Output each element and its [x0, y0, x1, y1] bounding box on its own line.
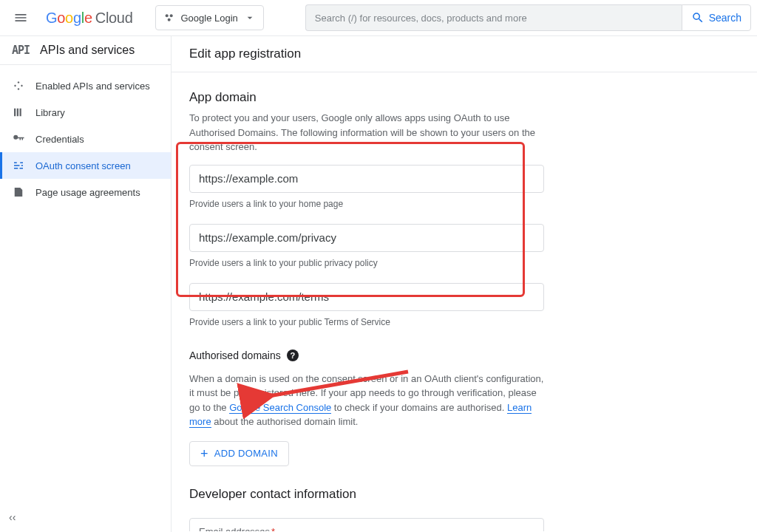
app-domain-heading: App domain [189, 90, 544, 105]
homepage-helper: Provide users a link to your home page [189, 197, 544, 211]
auth-domains-desc: When a domain is used on the consent scr… [189, 372, 544, 429]
project-selector[interactable]: Google Login [155, 5, 264, 30]
add-domain-button[interactable]: + ADD DOMAIN [189, 441, 289, 466]
auth-domains-heading: Authorised domains [189, 349, 281, 361]
sidebar-item-page-usage[interactable]: Page usage agreements [0, 179, 171, 205]
search-input[interactable] [315, 13, 673, 24]
sidebar-item-label: Enabled APIs and services [35, 81, 150, 92]
menu-icon [13, 10, 28, 25]
api-mark: API [12, 44, 30, 57]
project-name: Google Login [181, 13, 238, 24]
search-button[interactable]: Search [682, 4, 751, 31]
page-usage-icon [12, 185, 25, 199]
library-icon [12, 106, 25, 119]
section-app-domain: App domain To protect you and your users… [189, 90, 544, 329]
dev-contact-heading: Developer contact information [189, 487, 544, 502]
homepage-input[interactable] [189, 165, 544, 193]
sidebar: API APIs and services Enabled APIs and s… [0, 36, 172, 532]
required-asterisk: * [271, 526, 275, 532]
search-button-label: Search [709, 12, 741, 24]
search-box[interactable] [305, 4, 682, 31]
terms-helper: Provide users a link to your public Term… [189, 316, 544, 329]
email-addresses-input[interactable]: Email addresses* [189, 518, 544, 532]
add-domain-label: ADD DOMAIN [214, 448, 278, 459]
email-label: Email addresses [199, 526, 270, 532]
sidebar-item-enabled-apis[interactable]: Enabled APIs and services [0, 72, 171, 99]
credentials-icon [12, 132, 25, 146]
collapse-sidebar[interactable]: ‹‹ [9, 511, 16, 523]
hamburger-menu[interactable] [6, 3, 35, 33]
sidebar-item-credentials[interactable]: Credentials [0, 126, 171, 152]
main-header: Edit app registration [172, 36, 757, 72]
main-content: App domain To protect you and your users… [172, 72, 757, 531]
sidebar-item-label: Page usage agreements [35, 187, 140, 198]
sidebar-title: APIs and services [40, 44, 135, 57]
main-area: Edit app registration App domain To prot… [172, 36, 757, 532]
dropdown-icon [244, 12, 256, 24]
project-icon [163, 12, 175, 24]
field-privacy: Provide users a link to your public priv… [189, 224, 544, 270]
privacy-helper: Provide users a link to your public priv… [189, 256, 544, 270]
search-container: Search [305, 4, 751, 31]
logo-cloud-text: Cloud [95, 10, 133, 27]
sidebar-nav: Enabled APIs and services Library Creden… [0, 65, 171, 205]
help-icon[interactable]: ? [287, 349, 299, 361]
top-bar: Google Cloud Google Login Search [0, 0, 757, 35]
section-developer-contact: Developer contact information Email addr… [189, 487, 544, 532]
sidebar-item-label: Credentials [35, 134, 84, 145]
field-homepage: Provide users a link to your home page [189, 165, 544, 211]
sidebar-header[interactable]: API APIs and services [0, 36, 171, 65]
svg-point-1 [169, 14, 172, 17]
plus-icon: + [200, 447, 208, 460]
link-search-console[interactable]: Google Search Console [229, 402, 331, 414]
google-cloud-logo[interactable]: Google Cloud [41, 10, 138, 27]
sidebar-item-library[interactable]: Library [0, 99, 171, 126]
sidebar-item-label: Library [35, 107, 65, 118]
sidebar-item-label: OAuth consent screen [35, 160, 131, 171]
privacy-input[interactable] [189, 224, 544, 252]
svg-point-0 [165, 14, 168, 17]
terms-input[interactable] [189, 283, 544, 311]
oauth-consent-icon [12, 159, 25, 172]
app-domain-desc: To protect you and your users, Google on… [189, 111, 544, 154]
sidebar-item-oauth-consent[interactable]: OAuth consent screen [0, 152, 171, 179]
search-icon [691, 11, 705, 24]
svg-point-2 [167, 18, 170, 21]
section-authorised-domains: Authorised domains ? When a domain is us… [189, 349, 544, 466]
page-title: Edit app registration [189, 47, 739, 61]
enabled-apis-icon [12, 79, 25, 92]
field-terms: Provide users a link to your public Term… [189, 283, 544, 329]
